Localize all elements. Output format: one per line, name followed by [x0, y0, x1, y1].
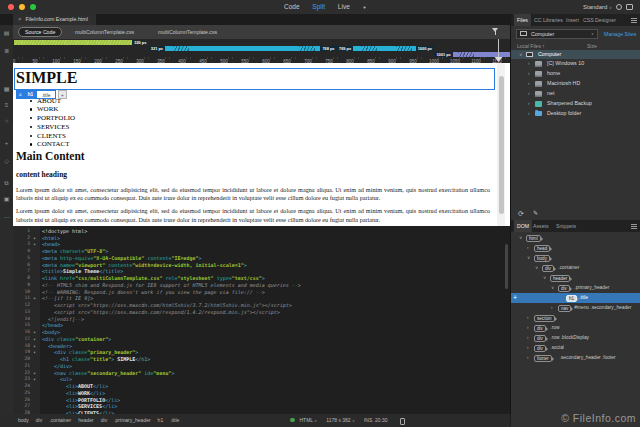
dom-tree-item-div[interactable]: ›div.row [511, 323, 640, 333]
gear-icon[interactable] [616, 4, 622, 10]
files-tree-item[interactable]: ›net [511, 89, 640, 99]
minimize-window-button[interactable] [19, 4, 25, 10]
code-line[interactable]: 19▾<div class="primary_header"> [13, 349, 510, 356]
device-preview-icon[interactable] [400, 418, 405, 425]
code-line[interactable]: 1<!doctype html> [13, 228, 510, 235]
dom-tree-item-body[interactable]: ∨body [511, 253, 640, 263]
sync-icon[interactable] [626, 4, 633, 10]
log-icon[interactable]: ✎ [533, 209, 538, 218]
panel-tab-assets[interactable]: Assets [530, 220, 552, 232]
doc-type[interactable]: HTML [300, 417, 313, 423]
dom-tag-pill[interactable]: div [558, 285, 570, 292]
code-line[interactable]: 22▾<nav class="secondary_header" id="men… [13, 370, 510, 377]
highlight-icon[interactable]: ≡ [3, 101, 11, 109]
collapse-icon[interactable]: ∨ [519, 233, 522, 243]
code-view-button[interactable]: Code [284, 3, 300, 10]
files-tree-item[interactable]: ›Desktop folder [511, 109, 640, 119]
dom-tree-item-div[interactable]: ∨div.primary_header [511, 283, 640, 293]
expand-icon[interactable]: › [528, 99, 530, 109]
filter-icon[interactable] [492, 28, 499, 35]
files-tree-item[interactable]: ∨Computer [511, 50, 640, 60]
tag-selector-item[interactable]: div [101, 417, 107, 423]
dom-tag-pill[interactable]: body [534, 255, 550, 262]
expand-icon[interactable]: › [528, 109, 530, 119]
expand-icon[interactable]: › [527, 243, 529, 253]
expand-icon[interactable]: › [527, 333, 529, 343]
code-line[interactable]: 21</div> [13, 363, 510, 370]
file-management-icon[interactable]: ≣ [3, 47, 11, 55]
dom-add-element-button[interactable]: + [513, 293, 517, 303]
collapse-icon[interactable]: ∨ [527, 253, 530, 263]
code-line[interactable]: 11▾<!--[if lt IE 9]> [13, 295, 510, 302]
files-tree-item[interactable]: ›home [511, 69, 640, 79]
code-line[interactable]: 17▾<div class="container"> [13, 336, 510, 343]
media-query-segment-cyan[interactable]: 321 px768 px769 px1000 px [149, 46, 434, 52]
scrubber-line[interactable] [498, 39, 499, 58]
expand-icon[interactable]: › [527, 323, 529, 333]
tag-selector-item[interactable]: .container [49, 417, 71, 423]
copy-icon[interactable]: ⧉ [3, 179, 11, 187]
code-line[interactable]: 18▾<header> [13, 343, 510, 350]
related-file-button[interactable]: multiColumnTemplate.css [158, 25, 217, 39]
expand-icon[interactable]: › [527, 343, 529, 353]
tag-selector-item[interactable]: .title [170, 417, 179, 423]
live-code-icon[interactable]: ▦ [3, 85, 11, 93]
document-tab[interactable]: ×FileInfo.com Example.html [13, 14, 96, 25]
dom-tree-item-section[interactable]: ›section [511, 313, 640, 323]
code-line[interactable]: 13<script src="https://oss.maxcdn.com/re… [13, 309, 510, 316]
dom-tree-item-div[interactable]: ›div.social [511, 343, 640, 353]
code-line[interactable]: 8<link href="css/multiColumnTemplate.css… [13, 275, 510, 282]
expand-icon[interactable]: › [551, 303, 553, 313]
code-line[interactable]: 14<![endif]--> [13, 316, 510, 323]
collapse-icon[interactable]: ∨ [519, 50, 522, 60]
refresh-icon[interactable]: ⟳ [518, 209, 524, 218]
dom-tag-pill[interactable]: div [534, 335, 546, 342]
dom-tag-pill[interactable]: nav [558, 305, 571, 312]
scrubber-handle[interactable] [495, 57, 503, 62]
window-size[interactable]: 1178 x 382 [326, 417, 350, 423]
panel-menu-icon[interactable] [631, 224, 637, 225]
collapse-icon[interactable]: ∨ [535, 263, 538, 273]
panel-menu-icon[interactable] [631, 18, 637, 19]
element-menu-icon[interactable]: ≡ [16, 90, 25, 99]
split-view-button[interactable]: Split [312, 3, 325, 10]
tag-selector-item[interactable]: header [78, 417, 94, 423]
dom-tag-pill[interactable]: section [534, 315, 555, 322]
dom-tag-pill[interactable]: h1 [566, 295, 577, 302]
dom-tree-item-h1[interactable]: +h1.title [511, 293, 640, 303]
dom-tree-item-div[interactable]: ∨div.container [511, 263, 640, 273]
live-view-scrollbar[interactable] [497, 63, 505, 226]
tag-selector-item[interactable]: .primary_header [114, 417, 150, 423]
expand-icon[interactable]: › [528, 89, 530, 99]
collapse-icon[interactable]: ∨ [551, 283, 554, 293]
dom-tree-item-html[interactable]: ∨html [511, 233, 640, 243]
files-tree-item[interactable]: ›[C] Windows 10 [511, 59, 640, 69]
expand-icon[interactable]: + [3, 139, 11, 147]
code-scrollbar[interactable] [505, 244, 508, 289]
live-view-dropdown-icon[interactable]: ▼ [363, 5, 367, 10]
code-line[interactable]: 15</head> [13, 322, 510, 329]
dom-tree-item-footer[interactable]: ›footer.secondary_header .footer [511, 353, 640, 363]
paste-icon[interactable]: ▣ [3, 195, 11, 203]
code-line[interactable]: 24<li>ABOUT</li> [13, 383, 510, 390]
panel-tab-css-designer[interactable]: CSS Designer [580, 14, 619, 26]
close-window-button[interactable] [8, 4, 14, 10]
tag-selector-item[interactable]: div [36, 417, 42, 423]
manage-sites-link[interactable]: Manage Sites [604, 29, 636, 39]
expand-icon[interactable]: › [528, 69, 530, 79]
expand-icon[interactable]: › [527, 353, 529, 363]
code-line[interactable]: 16▾<body> [13, 329, 510, 336]
more-icon[interactable]: ⋯ [3, 213, 11, 221]
code-line[interactable]: 2▾<html> [13, 235, 510, 242]
media-query-segment-green[interactable]: 320 px [14, 40, 148, 46]
panel-tab-snippets[interactable]: Snippets [553, 220, 579, 232]
code-line[interactable]: 12<script src="https://oss.maxcdn.com/ht… [13, 302, 510, 309]
dom-tree-item-header[interactable]: ∨header [511, 273, 640, 283]
code-line[interactable]: 7<title>Simple Theme</title> [13, 268, 510, 275]
code-line[interactable]: 9<!-- HTML5 shim and Respond.js for IE8 … [13, 282, 510, 289]
panel-tab-cc-libraries[interactable]: CC Libraries [531, 14, 566, 26]
dom-tree-item-div[interactable]: ›div.row .blockDisplay [511, 333, 640, 343]
open-documents-icon[interactable]: ▤ [3, 29, 11, 37]
code-line[interactable]: 6<meta name="viewport" content="width=de… [13, 262, 510, 269]
code-line[interactable]: 10<!-- WARNING: Respond.js doesn't work … [13, 289, 510, 296]
